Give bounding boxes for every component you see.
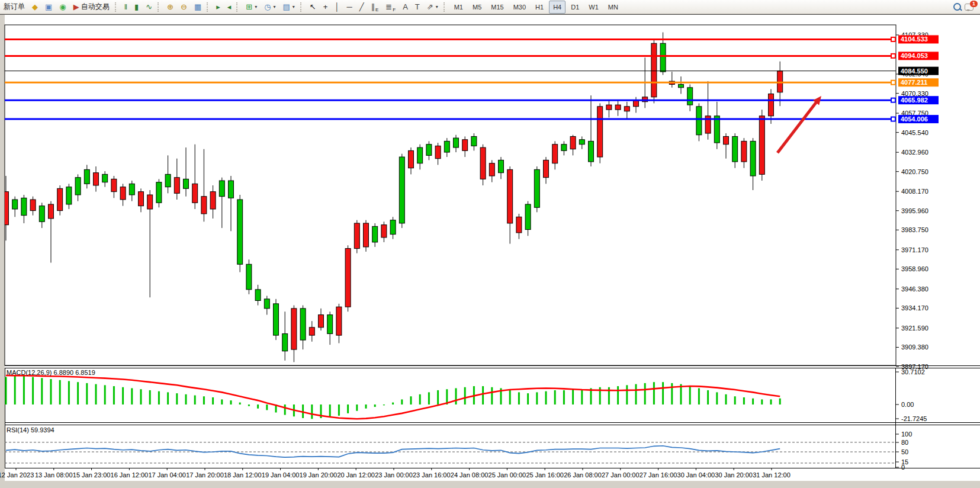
search-icon[interactable]: [953, 3, 961, 11]
tile-windows-icon: ▦: [194, 3, 201, 11]
timeframe-h1[interactable]: H1: [531, 1, 548, 14]
svg-text:19 Jan 04:00: 19 Jan 04:00: [262, 471, 300, 479]
macd-label: MACD(12,26,9) 6.8890 6.8519: [7, 369, 95, 376]
text-button[interactable]: A: [400, 1, 411, 14]
new-order-icon[interactable]: ◆: [29, 1, 41, 14]
candle: [345, 245, 351, 312]
svg-text:0: 0: [901, 464, 905, 471]
bar-chart-icon: ‖: [124, 3, 127, 11]
candle: [274, 299, 279, 340]
svg-text:23 Jan 16:00: 23 Jan 16:00: [413, 471, 451, 479]
arrows-button[interactable]: ⇗▾: [424, 1, 441, 14]
toolbar-separator: [207, 2, 211, 12]
candle: [246, 259, 252, 294]
timeframe-m30[interactable]: M30: [509, 1, 530, 14]
timeframe-d1[interactable]: D1: [567, 1, 583, 14]
toolbar-separator: [300, 2, 304, 12]
line-chart-button[interactable]: ∿: [143, 1, 155, 14]
candle: [651, 40, 657, 104]
indicators-icon: ⊞: [246, 3, 252, 11]
autotrading-button-label: 自动交易: [81, 2, 110, 12]
svg-text:4020.750: 4020.750: [901, 168, 928, 175]
notification-badge: 1: [970, 1, 978, 7]
new-order-button-label: 新订单: [4, 2, 25, 12]
svg-text:3971.170: 3971.170: [901, 246, 928, 253]
zoom-out-button[interactable]: ⊖: [178, 1, 190, 14]
indicators-button[interactable]: ⊞▾: [243, 1, 260, 14]
svg-text:4054.006: 4054.006: [901, 115, 928, 123]
autotrading-button[interactable]: ▶自动交易: [70, 1, 113, 14]
timeframe-m15[interactable]: M15: [487, 1, 507, 14]
auto-scroll-button[interactable]: ▸: [213, 1, 223, 14]
signals-icon-icon: ◉: [59, 3, 66, 11]
tool-sub-letter: F: [393, 7, 396, 12]
candle: [237, 195, 243, 272]
candle: [364, 220, 369, 252]
timeframe-w1[interactable]: W1: [584, 1, 603, 14]
arrows-icon: ⇗: [427, 3, 433, 11]
candle: [399, 154, 404, 228]
svg-text:17 Jan 20:00: 17 Jan 20:00: [186, 471, 224, 479]
trendline-icon: ╱: [359, 3, 364, 11]
candlestick-button[interactable]: ▮: [131, 1, 142, 14]
zoom-in-button[interactable]: ⊕: [164, 1, 176, 14]
timeframe-m5[interactable]: M5: [468, 1, 486, 14]
svg-text:4065.982: 4065.982: [901, 97, 928, 104]
signals-icon[interactable]: ◉: [56, 1, 69, 14]
horizontal-line-icon: ─: [346, 3, 352, 11]
terminal-icon-icon: ▣: [45, 3, 52, 11]
channel-icon: ∥: [371, 3, 375, 11]
chart-shift-icon: ◂: [227, 3, 232, 11]
dropdown-arrow-icon[interactable]: ▾: [293, 4, 295, 9]
channel-button[interactable]: ∥E: [368, 1, 382, 14]
svg-text:4070.330: 4070.330: [901, 90, 928, 97]
zoom-out-icon: ⊖: [181, 3, 187, 11]
new-order-button[interactable]: 新订单: [1, 1, 28, 14]
text-label-button[interactable]: T: [412, 1, 423, 14]
svg-text:3934.170: 3934.170: [901, 304, 928, 312]
crosshair-button[interactable]: +: [320, 1, 331, 14]
timeframe-mn[interactable]: MN: [604, 1, 622, 14]
dropdown-arrow-icon[interactable]: ▾: [436, 4, 438, 9]
cursor-icon: ↖: [310, 3, 316, 11]
dropdown-arrow-icon[interactable]: ▾: [274, 4, 276, 9]
svg-text:13 Jan 08:00: 13 Jan 08:00: [35, 471, 73, 479]
vertical-line-button[interactable]: │: [332, 1, 342, 14]
svg-text:30 Jan 04:00: 30 Jan 04:00: [677, 471, 715, 479]
svg-text:30.7102: 30.7102: [901, 368, 925, 375]
svg-text:12 Jan 2023: 12 Jan 2023: [0, 471, 34, 479]
tile-windows-button[interactable]: ▦: [191, 1, 204, 14]
templates-button[interactable]: ▤▾: [280, 1, 298, 14]
chart-shift-button[interactable]: ◂: [224, 1, 234, 14]
dropdown-arrow-icon[interactable]: ▾: [255, 4, 257, 9]
candle: [480, 145, 486, 185]
mt4-window: 新订单◆▣◉▶自动交易‖▮∿⊕⊖▦▸◂⊞▾◷▾▤▾↖+│─╱∥E≣FAT⇗▾M1…: [0, 0, 980, 488]
fibonacci-button[interactable]: ≣F: [383, 1, 399, 14]
svg-text:4104.533: 4104.533: [901, 36, 928, 43]
bar-chart-button[interactable]: ‖: [121, 1, 130, 14]
timeframe-m1[interactable]: M1: [450, 1, 467, 14]
svg-text:3958.960: 3958.960: [901, 265, 928, 272]
cursor-button[interactable]: ↖: [307, 1, 319, 14]
periods-button[interactable]: ◷▾: [261, 1, 278, 14]
timeframe-group: M1M5M15M30H1H4D1W1MN: [449, 1, 623, 14]
rsi-label: RSI(14) 59.9394: [7, 426, 54, 434]
svg-text:4045.540: 4045.540: [901, 129, 928, 136]
terminal-icon[interactable]: ▣: [42, 1, 55, 14]
line-chart-icon: ∿: [146, 3, 152, 11]
horizontal-line-button[interactable]: ─: [343, 1, 355, 14]
svg-text:-21.7245: -21.7245: [901, 415, 927, 422]
main-chart[interactable]: 4107.3304082.5404070.3304057.7504045.540…: [0, 14, 980, 488]
chat-icon[interactable]: 1: [965, 2, 975, 12]
text-icon: A: [403, 3, 408, 11]
crosshair-icon: +: [323, 3, 328, 11]
svg-text:31 Jan 12:00: 31 Jan 12:00: [753, 471, 791, 479]
trendline-button[interactable]: ╱: [356, 1, 367, 14]
svg-text:0.00: 0.00: [901, 401, 914, 408]
svg-text:25 Jan 16:00: 25 Jan 16:00: [526, 471, 564, 479]
svg-text:23 Jan 00:00: 23 Jan 00:00: [375, 471, 413, 479]
candle: [354, 220, 359, 253]
timeframe-h4[interactable]: H4: [549, 1, 565, 14]
svg-text:4077.211: 4077.211: [901, 79, 927, 86]
vertical-line-icon: │: [335, 3, 339, 11]
